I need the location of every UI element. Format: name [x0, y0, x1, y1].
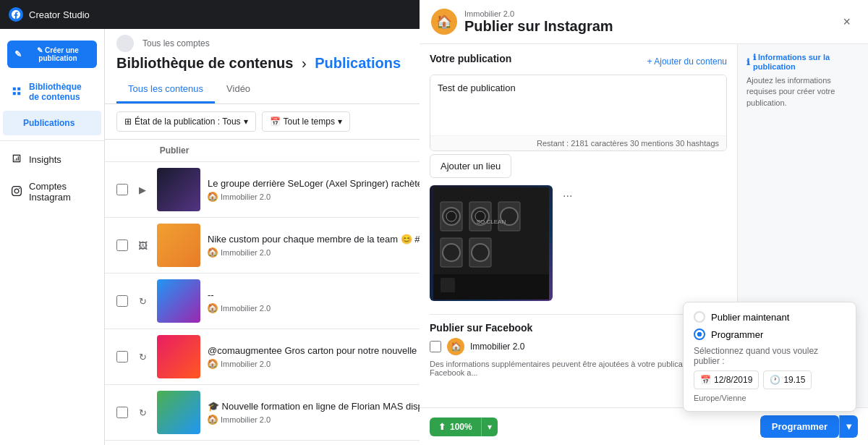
- grid-icon: [12, 86, 23, 98]
- modal-sidebar-text: Ajoutez les informations requises pour c…: [746, 75, 859, 109]
- location-button[interactable]: Ajouter un lieu: [430, 154, 511, 178]
- schedule-popup: Publier maintenant Programmer Sélectionn…: [683, 302, 856, 412]
- app-name: Creator Studio: [29, 9, 90, 20]
- publication-section-title: Votre publication: [430, 53, 511, 64]
- sidebar-divider: [0, 140, 104, 141]
- sidebar-item-insights[interactable]: Insights: [3, 146, 101, 172]
- upload-icon: ⬆: [438, 422, 446, 432]
- publish-now-label: Publier maintenant: [711, 312, 789, 323]
- publish-modal: 🏠 Immobilier 2.0 Publier sur Instagram ×…: [420, 0, 868, 445]
- video-icon: ▶: [135, 182, 150, 197]
- page-title: Bibliothèque de contenus › Publications: [116, 55, 401, 72]
- modal-header: 🏠 Immobilier 2.0 Publier sur Instagram ×: [420, 0, 868, 44]
- schedule-label: Programmer: [711, 329, 763, 340]
- publish-now-option[interactable]: Publier maintenant: [694, 311, 846, 323]
- programme-button[interactable]: Programmer: [760, 415, 839, 438]
- schedule-select-label: Sélectionnez quand vous voulez publier :: [694, 346, 846, 366]
- publications-label: Publications: [23, 118, 75, 128]
- svg-rect-0: [13, 88, 16, 90]
- add-content-button[interactable]: + Ajouter du contenu: [647, 56, 727, 67]
- fb-account-icon: 🏠: [447, 338, 464, 355]
- account-icon: 🏠: [208, 247, 218, 258]
- sidebar-item-bibliotheque[interactable]: Bibliothèque de contenus: [3, 75, 101, 109]
- modal-footer: ⬆ 100% ▾ Programmer ▼: [420, 407, 868, 445]
- row-checkbox[interactable]: [116, 240, 128, 251]
- row-checkbox[interactable]: [116, 184, 128, 195]
- progress-button[interactable]: ⬆ 100%: [430, 418, 481, 436]
- row-checkbox[interactable]: [116, 407, 128, 418]
- chevron-down-icon-2: ▾: [338, 116, 342, 127]
- row-thumbnail: [157, 168, 200, 211]
- row-checkbox[interactable]: [116, 295, 128, 307]
- sidebar-item-publications[interactable]: Publications: [3, 111, 101, 135]
- progress-dropdown-button[interactable]: ▾: [481, 418, 498, 436]
- post-image: SO CLEAN: [430, 185, 553, 301]
- filter-icon: ⊞: [124, 116, 132, 127]
- publish-group: Programmer ▼: [760, 415, 858, 438]
- sidebar-bibliotheque-label: Bibliothèque de contenus: [29, 82, 93, 102]
- account-icon: 🏠: [208, 415, 218, 425]
- modal-account-icon: 🏠: [431, 9, 457, 35]
- schedule-time-input[interactable]: 🕐 19.15: [763, 370, 812, 389]
- refresh-icon-2: ↻: [135, 349, 150, 364]
- modal-title: Publier sur Instagram: [464, 18, 830, 35]
- publish-now-radio[interactable]: [694, 311, 705, 323]
- refresh-icon: ↻: [135, 294, 150, 308]
- comptes-label: Comptes Instagram: [29, 181, 93, 203]
- publications-title: Publications: [315, 55, 401, 71]
- clock-icon: 🕐: [770, 375, 780, 385]
- account-icon: 🏠: [208, 192, 218, 202]
- instagram-icon: [12, 186, 23, 198]
- create-publication-button[interactable]: ✎ ✎ Créer une publication: [7, 41, 97, 68]
- account-logo: [116, 35, 134, 52]
- schedule-option[interactable]: Programmer: [694, 329, 846, 340]
- time-filter-button[interactable]: 📅 Tout le temps ▾: [262, 111, 350, 132]
- account-name: Tous les comptes: [142, 38, 210, 48]
- svg-point-7: [446, 211, 456, 221]
- refresh-icon-3: ↻: [135, 405, 150, 420]
- row-thumbnail: [157, 391, 200, 434]
- chevron-down-icon: ▾: [244, 116, 248, 127]
- photo-icon: 🖼: [135, 238, 150, 253]
- tab-tous-contenus[interactable]: Tous les contenus: [116, 76, 215, 103]
- publication-textarea[interactable]: Test de publication: [430, 75, 726, 133]
- status-filter-button[interactable]: ⊞ État de la publication : Tous ▾: [116, 111, 256, 132]
- image-content: SO CLEAN: [430, 185, 553, 301]
- text-area-wrapper: Test de publication Restant : 2181 carac…: [430, 75, 727, 151]
- svg-rect-1: [17, 88, 20, 90]
- publish-dropdown-button[interactable]: ▼: [839, 415, 858, 438]
- tab-video[interactable]: Vidéo: [215, 76, 262, 103]
- publication-section-header: Votre publication + Ajouter du contenu: [430, 53, 727, 70]
- info-icon: ℹ: [746, 57, 750, 67]
- row-thumbnail: [157, 224, 200, 267]
- calendar-filter-icon: 📅: [270, 116, 281, 127]
- schedule-date-input[interactable]: 📅 12/8/2019: [694, 370, 759, 389]
- account-icon: 🏠: [208, 359, 218, 369]
- svg-rect-2: [13, 92, 16, 95]
- modal-title-group: Immobilier 2.0 Publier sur Instagram: [464, 9, 830, 35]
- insights-label: Insights: [29, 154, 61, 165]
- chart-icon: [12, 153, 23, 165]
- schedule-timezone: Europe/Vienne: [694, 394, 846, 402]
- fb-checkbox[interactable]: [430, 341, 441, 352]
- fb-account-name: Immobilier 2.0: [470, 342, 524, 352]
- col-publish-header: Publier: [145, 145, 203, 156]
- fb-logo: [9, 7, 23, 22]
- schedule-inputs: 📅 12/8/2019 🕐 19.15: [694, 370, 846, 389]
- modal-close-button[interactable]: ×: [837, 12, 856, 33]
- calendar-icon: 📅: [700, 375, 711, 385]
- row-checkbox[interactable]: [116, 351, 128, 363]
- sidebar: ✎ ✎ Créer une publication Bibliothèque d…: [0, 29, 105, 445]
- status-filter-label: État de la publication : Tous: [135, 116, 241, 127]
- more-options-button[interactable]: ...: [558, 185, 576, 201]
- modal-sidebar-title: ℹ ℹ Informations sur la publication: [746, 53, 859, 71]
- svg-text:SO CLEAN: SO CLEAN: [477, 219, 506, 225]
- create-icon: ✎: [14, 49, 22, 59]
- svg-point-14: [443, 244, 460, 261]
- row-thumbnail: [157, 335, 200, 378]
- svg-rect-18: [441, 278, 455, 292]
- sidebar-item-comptes[interactable]: Comptes Instagram: [3, 174, 101, 210]
- account-icon: 🏠: [208, 303, 218, 313]
- modal-account-name: Immobilier 2.0: [464, 9, 830, 18]
- schedule-radio[interactable]: [694, 329, 705, 340]
